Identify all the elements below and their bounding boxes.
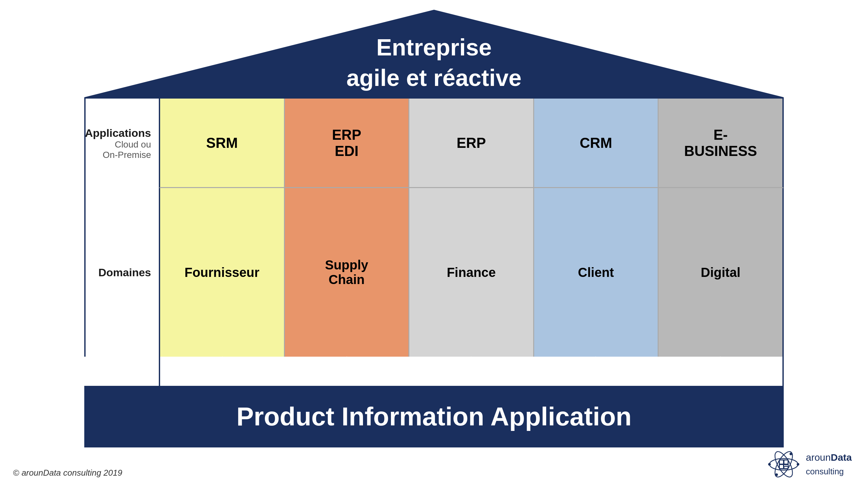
applications-label: Applications Cloud ou On-Premise <box>84 97 159 188</box>
svg-point-11 <box>768 463 771 466</box>
domain-columns: Fournisseur SupplyChain Finance Client D… <box>159 188 784 357</box>
footer-logo: arounData consulting <box>768 448 852 481</box>
app-columns: SRM ERPEDI ERP CRM E-BUSINESS <box>159 97 784 188</box>
svg-rect-4 <box>780 460 783 464</box>
logo-text: arounData consulting <box>806 451 852 478</box>
domain-col-supply-chain: SupplyChain <box>285 188 410 357</box>
app-col-crm: CRM <box>534 98 659 187</box>
app-col-erp: ERP <box>409 98 534 187</box>
domaines-title: Domaines <box>98 266 151 279</box>
applications-sub1: Cloud ou <box>115 140 151 150</box>
svg-point-13 <box>775 474 778 476</box>
pia-text: Product Information Application <box>236 402 631 431</box>
svg-rect-8 <box>786 465 787 466</box>
domaines-label: Domaines <box>84 188 159 357</box>
app-col-erp-edi: ERPEDI <box>285 98 410 187</box>
domain-col-client: Client <box>534 188 659 357</box>
roof-section: Entreprise agile et réactive <box>84 10 784 97</box>
app-row-container: Applications Cloud ou On-Premise SRM ERP… <box>84 97 784 188</box>
svg-rect-5 <box>784 460 787 464</box>
footer-copyright: © arounData consulting 2019 <box>13 468 122 478</box>
app-col-ebusiness: E-BUSINESS <box>659 98 782 187</box>
domain-row-container: Domaines Fournisseur SupplyChain Finance… <box>84 188 784 357</box>
pia-bar: Product Information Application <box>84 386 784 448</box>
domain-col-digital: Digital <box>659 188 782 357</box>
domain-col-finance: Finance <box>409 188 534 357</box>
svg-rect-6 <box>780 465 783 468</box>
roof-title: Entreprise agile et réactive <box>84 10 784 93</box>
svg-point-12 <box>789 453 792 455</box>
svg-rect-9 <box>784 467 787 468</box>
logo-icon <box>768 448 800 481</box>
svg-rect-7 <box>784 465 786 466</box>
domain-col-fournisseur: Fournisseur <box>160 188 285 357</box>
svg-point-10 <box>797 463 799 466</box>
app-col-srm: SRM <box>160 98 285 187</box>
page-wrapper: Entreprise agile et réactive Application… <box>0 0 868 487</box>
applications-sub2: On-Premise <box>103 150 151 160</box>
applications-title: Applications <box>85 127 151 140</box>
